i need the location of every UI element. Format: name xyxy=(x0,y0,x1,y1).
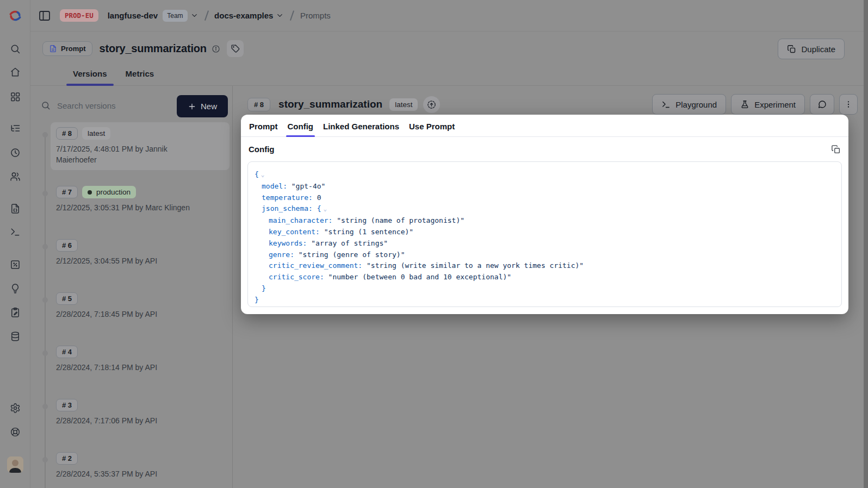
dashboards-icon[interactable] xyxy=(10,91,21,102)
collapse-chevron-icon[interactable]: ⌄ xyxy=(261,171,265,178)
version-item-5[interactable]: # 52/28/2024, 7:18:45 PM by API xyxy=(51,287,230,324)
langfuse-logo-icon[interactable] xyxy=(8,8,23,23)
json-key: main_character: xyxy=(269,216,337,224)
timeline-dot xyxy=(42,404,48,409)
version-number-badge: # 5 xyxy=(56,292,78,305)
code-line: critic_review_comment: "string (write si… xyxy=(249,260,840,272)
json-brace: { xyxy=(255,170,259,178)
datasets-icon[interactable] xyxy=(10,331,21,342)
tag-button[interactable] xyxy=(227,40,244,57)
org-chevron-down-icon[interactable] xyxy=(190,11,199,20)
page-scrollbar[interactable] xyxy=(864,0,868,488)
json-key: json_schema: xyxy=(262,204,317,212)
playground-icon[interactable] xyxy=(10,227,21,237)
playground-button[interactable]: Playground xyxy=(652,94,726,115)
breadcrumb-separator xyxy=(290,10,294,20)
experiment-label: Experiment xyxy=(754,100,796,109)
version-item-3[interactable]: # 32/28/2024, 7:17:06 PM by API xyxy=(51,394,230,431)
json-brace: } xyxy=(255,296,259,304)
org-name[interactable]: langfuse-dev xyxy=(108,11,158,20)
search-icon[interactable] xyxy=(10,43,21,54)
version-meta: 7/17/2025, 4:48:01 PM by Jannik Maierhoe… xyxy=(56,143,204,165)
version-item-7[interactable]: # 7production2/12/2025, 3:05:31 PM by Ma… xyxy=(51,181,230,218)
json-key: keywords: xyxy=(269,239,311,247)
info-icon[interactable] xyxy=(212,45,220,53)
breadcrumb-section[interactable]: Prompts xyxy=(300,11,331,20)
page-header: Prompt story_summarization Duplicate Ver… xyxy=(30,32,868,86)
search-versions-input[interactable] xyxy=(57,98,160,112)
promote-icon xyxy=(426,99,437,110)
timeline-dot xyxy=(42,351,48,356)
json-value: "string (1 sentence)" xyxy=(324,228,413,236)
project-name[interactable]: docs-examples xyxy=(214,11,273,20)
settings-gear-icon[interactable] xyxy=(10,403,21,414)
page-title: story_summarization xyxy=(100,42,207,55)
evaluation-icon[interactable] xyxy=(10,259,21,270)
copy-config-button[interactable] xyxy=(831,145,841,154)
code-line: model: "gpt-4o" xyxy=(249,181,840,192)
project-chevron-down-icon[interactable] xyxy=(276,11,284,20)
detail-tab-linked-generations[interactable]: Linked Generations xyxy=(318,116,404,136)
version-item-2[interactable]: # 22/28/2024, 5:35:37 PM by API xyxy=(51,447,230,484)
detail-title: story_summarization xyxy=(278,98,382,110)
version-panel: New # 8latest7/17/2025, 4:48:01 PM by Ja… xyxy=(30,86,233,488)
detail-tabs: PromptConfigLinked GenerationsUse Prompt xyxy=(241,115,848,137)
timeline-dot xyxy=(42,132,48,137)
duplicate-button[interactable]: Duplicate xyxy=(778,39,845,59)
playground-label: Playground xyxy=(675,100,717,109)
tab-metrics[interactable]: Metrics xyxy=(119,69,161,85)
promote-version-button[interactable] xyxy=(423,96,440,113)
version-tag-latest: latest xyxy=(82,127,110,140)
version-number-badge: # 4 xyxy=(56,346,78,358)
comments-button[interactable] xyxy=(810,94,834,115)
json-value: "string (write similar to a new york tim… xyxy=(367,261,584,270)
detail-tab-prompt[interactable]: Prompt xyxy=(244,116,283,136)
json-key: genre: xyxy=(269,251,299,259)
json-value: "string (genre of story)" xyxy=(299,251,405,259)
breadcrumb-separator xyxy=(204,10,209,20)
config-code-box: {⌄model: "gpt-4o"temperature: 0json_sche… xyxy=(247,161,842,307)
prompts-icon[interactable] xyxy=(10,203,21,214)
users-icon[interactable] xyxy=(10,171,21,182)
prompt-detail-card: PromptConfigLinked GenerationsUse Prompt… xyxy=(241,115,848,314)
json-key: model: xyxy=(262,182,292,190)
version-meta: 2/28/2024, 7:18:14 PM by API xyxy=(56,362,204,373)
collapse-chevron-icon[interactable]: ⌄ xyxy=(324,205,327,212)
tracing-icon[interactable] xyxy=(10,123,21,134)
version-item-6[interactable]: # 62/12/2025, 3:04:55 PM by API xyxy=(51,234,230,271)
version-item-8[interactable]: # 8latest7/17/2025, 4:48:01 PM by Jannik… xyxy=(51,122,230,170)
detail-area: # 8 story_summarization latest Playgroun… xyxy=(233,86,868,488)
config-code: {⌄model: "gpt-4o"temperature: 0json_sche… xyxy=(249,169,840,306)
sidebar-toggle-icon[interactable] xyxy=(38,9,51,22)
environment-badge: PROD-EU xyxy=(60,9,98,22)
code-line: critic_score: "number (between 0 bad and… xyxy=(249,272,840,283)
experiment-button[interactable]: Experiment xyxy=(731,94,805,115)
copy-icon xyxy=(787,45,796,54)
version-meta: 2/28/2024, 7:18:45 PM by API xyxy=(56,309,204,320)
code-line: {⌄ xyxy=(249,169,840,181)
timeline-dot xyxy=(42,297,48,303)
home-icon[interactable] xyxy=(10,67,21,78)
config-section-title: Config xyxy=(249,145,274,154)
timeline-dot xyxy=(42,457,48,462)
support-icon[interactable] xyxy=(10,427,21,437)
tab-versions[interactable]: Versions xyxy=(66,69,114,85)
annotation-icon[interactable] xyxy=(10,307,21,318)
new-version-button[interactable]: New xyxy=(177,95,228,117)
detail-tab-use-prompt[interactable]: Use Prompt xyxy=(404,116,460,136)
org-type-badge: Team xyxy=(163,10,187,22)
version-number-badge: # 2 xyxy=(56,452,78,465)
version-number-badge: # 8 xyxy=(56,127,78,140)
version-number-badge: # 6 xyxy=(56,239,78,252)
sessions-icon[interactable] xyxy=(10,147,21,158)
more-actions-button[interactable] xyxy=(839,94,858,115)
duplicate-label: Duplicate xyxy=(801,45,835,54)
version-meta: 2/12/2025, 3:04:55 PM by API xyxy=(56,255,204,266)
timeline-dot xyxy=(42,191,48,196)
user-avatar[interactable] xyxy=(7,456,23,473)
detail-tab-config[interactable]: Config xyxy=(283,116,318,136)
code-line: temperature: 0 xyxy=(249,192,840,204)
insights-icon[interactable] xyxy=(10,283,21,294)
latest-badge: latest xyxy=(389,98,418,111)
version-item-4[interactable]: # 42/28/2024, 7:18:14 PM by API xyxy=(51,341,230,378)
